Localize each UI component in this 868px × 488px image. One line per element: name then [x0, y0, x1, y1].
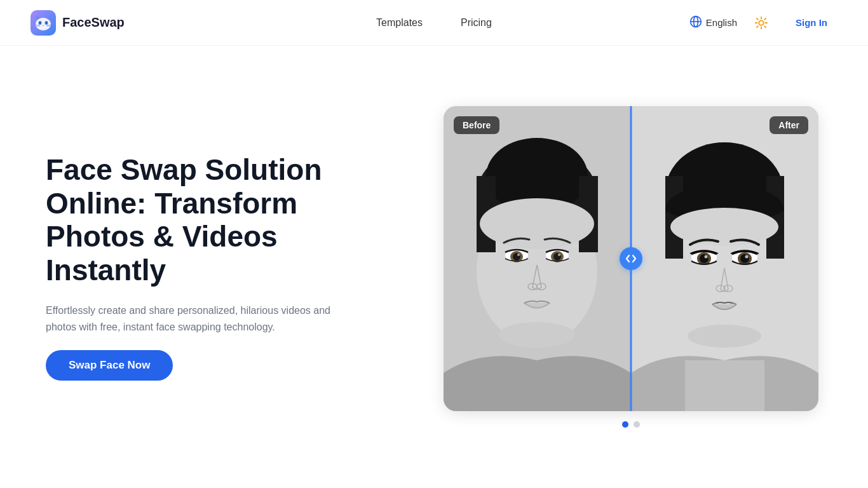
hero-headline: Face Swap Solution Online: Transform Pho… — [46, 153, 402, 288]
logo-label: FaceSwap — [62, 15, 125, 30]
svg-point-54 — [700, 254, 709, 263]
svg-line-19 — [757, 18, 758, 19]
svg-point-62 — [688, 325, 761, 348]
svg-point-41 — [558, 254, 560, 256]
svg-point-5 — [46, 22, 47, 24]
before-image — [444, 106, 631, 411]
svg-point-6 — [43, 25, 44, 26]
before-face-svg — [444, 106, 631, 411]
svg-point-33 — [480, 198, 594, 249]
svg-line-20 — [764, 26, 766, 27]
hero-subtext: Effortlessly create and share personaliz… — [46, 302, 351, 335]
site-header: FaceSwap Templates Pricing English — [0, 0, 868, 46]
header-right: English Sign In — [689, 11, 837, 34]
language-label: English — [706, 17, 737, 28]
hero-right: Before After — [440, 106, 822, 428]
svg-point-58 — [740, 254, 749, 263]
dot-2[interactable] — [634, 421, 640, 428]
before-label: Before — [454, 116, 499, 134]
svg-point-1 — [36, 18, 51, 30]
after-face-svg — [631, 106, 818, 411]
nav-pricing[interactable]: Pricing — [461, 17, 492, 29]
svg-point-51 — [670, 208, 778, 246]
svg-rect-46 — [685, 360, 764, 411]
svg-point-55 — [705, 255, 708, 259]
globe-icon — [689, 15, 702, 30]
language-selector[interactable]: English — [689, 15, 737, 30]
hero-left: Face Swap Solution Online: Transform Pho… — [46, 153, 402, 381]
logo[interactable]: FaceSwap — [31, 10, 125, 36]
svg-point-37 — [517, 254, 520, 256]
main-content: Face Swap Solution Online: Transform Pho… — [0, 46, 868, 488]
svg-line-23 — [757, 26, 758, 27]
signin-button[interactable]: Sign In — [785, 12, 837, 33]
after-label: After — [770, 116, 808, 134]
swap-face-cta[interactable]: Swap Face Now — [46, 350, 173, 381]
svg-point-4 — [39, 22, 41, 24]
arrow-left-right-icon — [625, 253, 637, 264]
theme-toggle[interactable] — [750, 11, 773, 34]
main-nav: Templates Pricing — [376, 17, 492, 29]
nav-templates[interactable]: Templates — [376, 17, 423, 29]
sun-icon — [754, 16, 768, 30]
svg-point-59 — [745, 255, 749, 259]
svg-point-44 — [499, 322, 575, 348]
dot-1[interactable] — [622, 421, 628, 428]
logo-icon — [31, 10, 56, 36]
after-image — [631, 106, 818, 411]
svg-line-24 — [764, 18, 766, 19]
svg-point-16 — [759, 20, 763, 25]
comparison-slider[interactable]: Before After — [444, 106, 818, 411]
carousel-indicators — [622, 421, 640, 428]
comparison-handle[interactable] — [620, 247, 642, 270]
